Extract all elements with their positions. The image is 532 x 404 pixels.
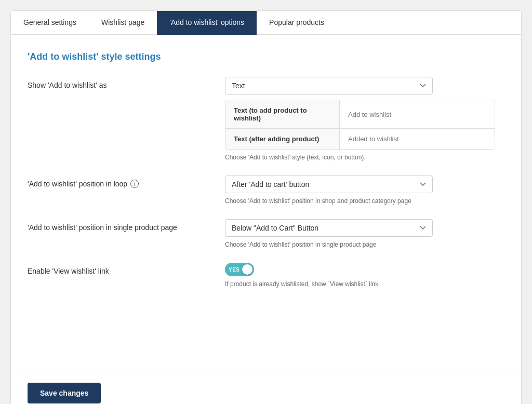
- footer: Save changes: [11, 372, 521, 404]
- text-after-label: Text (after adding product): [225, 129, 340, 149]
- show-as-row: Show 'Add to wishlist' as Text Icon Butt…: [28, 77, 504, 161]
- main-content: 'Add to wishlist' style settings Show 'A…: [11, 35, 521, 372]
- tabs-bar: General settings Wishlist page 'Add to w…: [11, 11, 521, 35]
- show-as-label: Show 'Add to wishlist' as: [28, 77, 225, 89]
- toggle-slider: YES: [225, 263, 254, 276]
- position-loop-label: 'Add to wishlist' position in loop i: [28, 176, 225, 188]
- text-after-input[interactable]: [340, 129, 495, 149]
- page-container: General settings Wishlist page 'Add to w…: [10, 10, 522, 404]
- toggle-container: YES: [225, 263, 504, 276]
- show-as-control: Text Icon Button Text (to add product to…: [225, 77, 504, 161]
- position-loop-row: 'Add to wishlist' position in loop i Aft…: [28, 176, 504, 205]
- enable-wishlist-hint: If product is already wishlisted, show `…: [225, 280, 504, 288]
- section-title: 'Add to wishlist' style settings: [28, 51, 504, 62]
- text-add-row: Text (to add product to wishlist): [225, 100, 495, 129]
- text-fields-table: Text (to add product to wishlist) Text (…: [225, 100, 495, 150]
- text-add-input[interactable]: [340, 104, 495, 125]
- save-changes-button[interactable]: Save changes: [28, 383, 101, 403]
- position-loop-info-icon[interactable]: i: [130, 180, 139, 188]
- enable-wishlist-label: Enable 'View wishlist' link: [28, 263, 225, 275]
- text-after-row: Text (after adding product): [225, 129, 495, 149]
- position-single-dropdown[interactable]: Below "Add to Cart" Button Above "Add to…: [225, 219, 433, 237]
- position-loop-hint: Choose 'Add to wishlist' position in sho…: [225, 197, 504, 205]
- position-loop-dropdown[interactable]: After 'Add to cart' button Before 'Add t…: [225, 176, 433, 193]
- tab-add-to-wishlist-options[interactable]: 'Add to wishlist' options: [157, 11, 257, 35]
- position-single-label: 'Add to wishlist' position in single pro…: [28, 219, 225, 232]
- position-single-row: 'Add to wishlist' position in single pro…: [28, 219, 504, 248]
- tab-wishlist-page[interactable]: Wishlist page: [89, 11, 157, 35]
- show-as-dropdown[interactable]: Text Icon Button: [225, 77, 433, 95]
- position-single-control: Below "Add to Cart" Button Above "Add to…: [225, 219, 504, 248]
- toggle-yes-label: YES: [229, 267, 240, 273]
- show-as-hint: Choose 'Add to wishlist' style (text, ic…: [225, 154, 504, 161]
- tab-popular-products[interactable]: Popular products: [257, 11, 337, 35]
- text-add-label: Text (to add product to wishlist): [225, 100, 340, 128]
- view-wishlist-toggle[interactable]: YES: [225, 263, 254, 276]
- tab-general-settings[interactable]: General settings: [11, 11, 89, 35]
- position-loop-control: After 'Add to cart' button Before 'Add t…: [225, 176, 504, 205]
- enable-wishlist-control: YES If product is already wishlisted, sh…: [225, 263, 504, 288]
- enable-wishlist-row: Enable 'View wishlist' link YES If produ…: [28, 263, 504, 288]
- position-single-hint: Choose 'Add to wishlist' position in sin…: [225, 241, 504, 248]
